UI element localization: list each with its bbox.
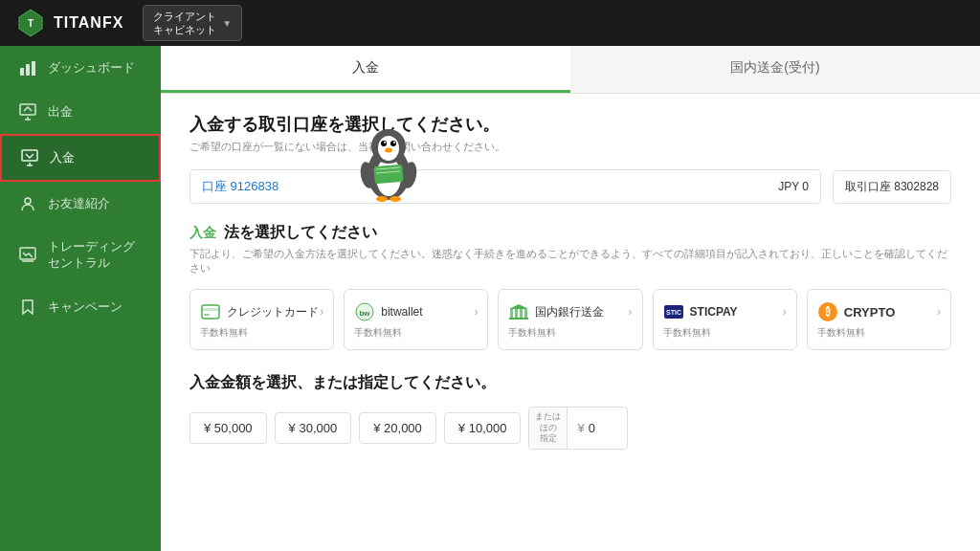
sidebar-item-withdraw[interactable]: 出金 [0, 90, 161, 134]
app-header: T TITANFX クライアント キャビネット ▼ [0, 0, 980, 46]
tab-domestic-label: 国内送金(受付) [730, 59, 819, 75]
svg-rect-5 [20, 104, 35, 115]
svg-text:bw: bw [360, 309, 371, 318]
account-field[interactable]: 口座 9126838 JPY 0 [189, 169, 821, 204]
person-icon [19, 195, 36, 212]
trading-icon [19, 247, 36, 264]
logo-text: TITANFX [54, 14, 123, 32]
bank-label: 国内銀行送金 [535, 304, 604, 320]
sidebar-item-referral[interactable]: お友達紹介 [0, 182, 161, 226]
crypto-fee: 手数料無料 [817, 326, 941, 340]
logo-icon: T [15, 8, 46, 38]
sidebar-label-dashboard: ダッシュボード [48, 59, 135, 77]
sidebar-label-campaign: キャンペーン [48, 298, 122, 316]
amount-custom-value: 0 [589, 421, 617, 435]
amount-custom-label: または ほの 指定 [529, 408, 568, 449]
method-section-subtitle: 下記より、ご希望の入金方法を選択してください。迷惑なく手続きを進めることができる… [189, 247, 951, 276]
account-select-section: 入金する取引口座を選択してください。 ご希望の口座が一覧にない場合は、当社にお問… [189, 113, 951, 204]
sidebar-item-campaign[interactable]: キャンペーン [0, 285, 161, 329]
method-section-title: 入金 法を選択してください [189, 223, 951, 243]
svg-text:T: T [28, 18, 33, 29]
sticpay-header: STIC STICPAY › [663, 301, 787, 322]
sidebar-label-deposit: 入金 [50, 149, 75, 166]
credit-card-name: クレジットカード [200, 301, 319, 322]
payment-card-bitwallet[interactable]: bw bitwallet › 手数料無料 [344, 289, 488, 350]
svg-marker-34 [509, 304, 528, 309]
amount-button-10000[interactable]: ¥ 10,000 [444, 412, 522, 444]
withdraw-icon [19, 103, 36, 121]
payment-method-section: 入金 法を選択してください 下記より、ご希望の入金方法を選択してください。迷惑な… [189, 223, 951, 350]
amount-section: 入金金額を選択、または指定してください。 ¥ 50,000 ¥ 30,000 ¥… [189, 373, 951, 450]
tab-deposit[interactable]: 入金 [161, 46, 570, 93]
bitwallet-chevron-icon: › [474, 305, 478, 319]
amount-button-50000[interactable]: ¥ 50,000 [189, 412, 267, 444]
amount-button-30000[interactable]: ¥ 30,000 [275, 412, 352, 444]
bookmark-icon [19, 298, 36, 316]
tab-domestic[interactable]: 国内送金(受付) [570, 46, 980, 93]
sidebar: ダッシュボード 出金 入金 [0, 46, 161, 551]
sidebar-label-trading: トレーディング セントラル [48, 239, 135, 272]
bitwallet-icon: bw [354, 301, 375, 322]
content-inner: 入金する取引口座を選択してください。 ご希望の口座が一覧にない場合は、当社にお問… [161, 94, 980, 551]
svg-rect-3 [26, 64, 30, 76]
tab-bar: 入金 国内送金(受付) [161, 46, 980, 94]
sidebar-label-withdraw: 出金 [48, 103, 73, 121]
account-balance: JPY 0 [778, 180, 809, 193]
sidebar-label-referral: お友達紹介 [48, 195, 110, 212]
main-content: 入金 国内送金(受付) 入金する取引口座を選択してください。 ご希望の口座が一覧… [161, 46, 980, 551]
svg-rect-2 [20, 68, 24, 76]
svg-rect-27 [204, 314, 210, 316]
logo-area: T TITANFX [15, 8, 123, 38]
bank-fee: 手数料無料 [508, 326, 632, 340]
bank-chevron-icon: › [629, 305, 633, 319]
method-title: 法を選択してください [224, 223, 377, 243]
account-selector: 口座 9126838 JPY 0 取引口座 8302828 [189, 169, 951, 204]
credit-card-icon [200, 301, 221, 322]
bitcoin-icon: ₿ [817, 301, 838, 322]
amount-custom-field: または ほの 指定 ¥ 0 [528, 407, 627, 450]
sticpay-name: STIC STICPAY [663, 301, 738, 322]
chart-icon [19, 59, 36, 77]
sticpay-icon: STIC [663, 301, 684, 322]
svg-text:₿: ₿ [825, 306, 831, 318]
credit-card-chevron-icon: › [320, 305, 323, 319]
crypto-name: ₿ CRYPTO [817, 301, 895, 322]
bank-icon [508, 301, 529, 322]
credit-card-header: クレジットカード › [200, 301, 323, 322]
amount-button-20000[interactable]: ¥ 20,000 [359, 412, 436, 444]
svg-rect-32 [520, 309, 523, 318]
deposit-icon [21, 149, 38, 166]
bank-header: 国内銀行送金 › [508, 301, 632, 322]
crypto-label: CRYPTO [844, 305, 895, 320]
bank-name: 国内銀行送金 [508, 301, 604, 322]
amount-buttons: ¥ 50,000 ¥ 30,000 ¥ 20,000 ¥ 10,000 または … [189, 407, 951, 450]
dropdown-label: クライアント キャビネット [153, 10, 216, 37]
payment-card-bank[interactable]: 国内銀行送金 › 手数料無料 [498, 289, 642, 350]
svg-rect-6 [22, 150, 37, 161]
payment-cards: クレジットカード › 手数料無料 [189, 289, 951, 350]
svg-point-7 [25, 198, 31, 204]
payment-card-crypto[interactable]: ₿ CRYPTO › 手数料無料 [807, 289, 951, 350]
account-select-title: 入金する取引口座を選択してください。 [189, 113, 951, 136]
svg-rect-33 [524, 309, 527, 318]
client-cabinet-dropdown[interactable]: クライアント キャビネット ▼ [143, 5, 242, 42]
amount-section-title: 入金金額を選択、または指定してください。 [189, 373, 951, 393]
payment-card-credit[interactable]: クレジットカード › 手数料無料 [189, 289, 334, 350]
svg-rect-4 [32, 61, 35, 76]
bitwallet-name: bw bitwallet [354, 301, 422, 322]
sidebar-item-trading[interactable]: トレーディング セントラル [0, 226, 161, 285]
sidebar-item-deposit[interactable]: 入金 [0, 134, 161, 182]
sticpay-label: STICPAY [690, 305, 738, 319]
svg-text:STIC: STIC [666, 309, 681, 316]
payment-card-sticpay[interactable]: STIC STICPAY › 手数料無料 [653, 289, 797, 350]
method-title-prefix: 入金 [189, 225, 216, 242]
bitwallet-header: bw bitwallet › [354, 301, 478, 322]
amount-custom-input[interactable]: ¥ 0 [568, 413, 626, 443]
crypto-header: ₿ CRYPTO › [817, 301, 941, 322]
svg-rect-25 [202, 305, 219, 319]
credit-card-fee: 手数料無料 [200, 326, 323, 340]
amount-yen-symbol: ¥ [577, 421, 584, 435]
svg-rect-26 [202, 308, 219, 311]
bitwallet-label: bitwallet [381, 305, 422, 319]
sidebar-item-dashboard[interactable]: ダッシュボード [0, 46, 161, 90]
